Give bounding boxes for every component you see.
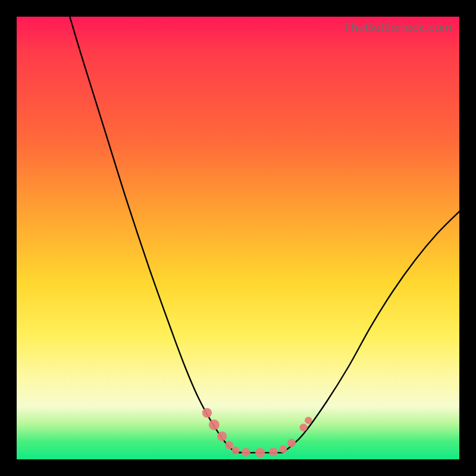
left-dot-d (225, 441, 233, 449)
outer-frame: TheBottleneck.com (0, 0, 476, 476)
curve-layer (70, 17, 459, 453)
floor-dot-a (232, 447, 240, 455)
left-dot-b (209, 419, 220, 430)
right-curve (282, 211, 459, 452)
left-curve (70, 17, 242, 453)
floor-dot-d (269, 447, 278, 456)
right-dot-c (300, 424, 308, 431)
plot-area: TheBottleneck.com (17, 17, 459, 459)
right-dot-a (279, 445, 287, 453)
right-dot-b (287, 439, 296, 447)
right-dot-d (305, 416, 312, 424)
floor-dot-b (242, 448, 250, 457)
left-dot-a (202, 408, 212, 418)
floor-dot-c (255, 448, 265, 458)
left-dot-c (217, 431, 227, 441)
chart-svg (17, 17, 459, 459)
